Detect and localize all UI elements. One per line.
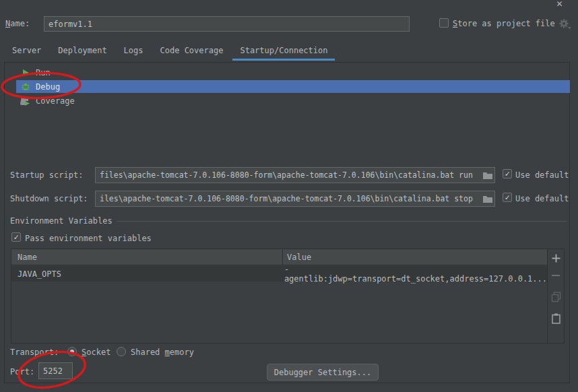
shared-label-mnemonic: m [165, 348, 170, 357]
mode-item-debug[interactable]: Debug [16, 80, 570, 93]
port-input[interactable] [38, 362, 73, 379]
remove-icon[interactable] [548, 267, 565, 284]
socket-label-rest: ocket [86, 348, 110, 357]
pass-env-variables-checkbox[interactable]: ✓ [11, 232, 21, 242]
startup-use-default-label: Use default [515, 170, 569, 180]
copy-icon[interactable] [548, 288, 565, 306]
socket-radio[interactable] [67, 347, 77, 356]
paste-icon[interactable] [548, 310, 565, 327]
startup-connection-panel: Run Debug Coverage [4, 62, 570, 383]
tab-code-coverage[interactable]: Code Coverage [160, 41, 224, 60]
table-toolbar [547, 249, 564, 343]
shutdown-use-default-label: Use default [515, 194, 569, 203]
tab-logs[interactable]: Logs [124, 41, 143, 60]
table-row[interactable]: JAVA_OPTS -agentlib:jdwp=transport=dt_so… [11, 266, 547, 282]
socket-radio-label: Socket [82, 348, 110, 357]
mode-debug-label: Debug [36, 82, 60, 92]
close-icon[interactable]: ✕ [556, 0, 569, 8]
mode-run-label: Run [36, 68, 51, 77]
name-label-rest: ame: [10, 19, 30, 28]
coverage-icon [20, 96, 30, 106]
shutdown-script-field[interactable]: iles\apache-tomcat-7.0.106-8080-form\apa… [95, 191, 495, 207]
store-as-project-file-checkbox[interactable] [439, 18, 449, 28]
folder-icon[interactable] [482, 195, 493, 203]
section-divider [117, 221, 567, 222]
name-input[interactable] [44, 16, 410, 32]
mode-item-coverage[interactable]: Coverage [16, 94, 570, 107]
shared-memory-radio[interactable] [117, 347, 126, 356]
folder-icon[interactable] [482, 171, 493, 180]
tab-bar: Server Deployment Logs Code Coverage Sta… [0, 41, 578, 60]
environment-variables-title: Environment Variables [10, 216, 113, 226]
env-var-value-cell[interactable]: -agentlib:jdwp=transport=dt_socket,addre… [280, 266, 547, 282]
startup-use-default-checkbox[interactable]: ✓ [503, 169, 512, 178]
env-var-name-cell[interactable]: JAVA_OPTS [11, 266, 280, 282]
shared-memory-radio-label: Shared memory [131, 348, 194, 357]
add-icon[interactable] [548, 249, 565, 267]
table-header-name[interactable]: Name [11, 249, 283, 265]
table-header-value[interactable]: Value [283, 249, 547, 265]
store-label-rest: tore as project file [457, 19, 555, 28]
shutdown-use-default-checkbox[interactable]: ✓ [503, 193, 512, 202]
startup-script-value: files\apache-tomcat-7.0.106-8080-form\ap… [100, 170, 473, 180]
mode-item-run[interactable]: Run [16, 66, 570, 79]
mode-coverage-label: Coverage [36, 96, 75, 106]
debugger-settings-button[interactable]: Debugger Settings... [267, 364, 379, 381]
transport-label: Transport: [10, 348, 59, 357]
startup-script-label: Startup script: [10, 170, 83, 180]
tab-server[interactable]: Server [12, 41, 41, 60]
store-as-project-file-label: Store as project file [453, 19, 555, 28]
table-header-row: Name Value [11, 249, 547, 265]
env-variables-table: Name Value JAVA_OPTS -agentlib:jdwp=tran… [11, 249, 565, 344]
shared-label-pre: Shared [131, 348, 165, 357]
name-label: Name: [5, 19, 30, 28]
pass-env-variables-label: Pass environment variables [25, 234, 152, 243]
shutdown-script-label: Shutdown script: [10, 194, 88, 203]
tab-deployment[interactable]: Deployment [58, 41, 106, 60]
gear-icon[interactable] [558, 18, 572, 30]
shutdown-script-value: iles\apache-tomcat-7.0.106-8080-form\apa… [100, 194, 473, 203]
run-icon [20, 67, 30, 77]
tab-startup-connection[interactable]: Startup/Connection [240, 41, 327, 60]
bug-icon [20, 81, 30, 92]
shared-label-rest: emory [170, 348, 194, 357]
startup-script-field[interactable]: files\apache-tomcat-7.0.106-8080-form\ap… [95, 167, 495, 183]
port-label: Port: [10, 367, 34, 377]
